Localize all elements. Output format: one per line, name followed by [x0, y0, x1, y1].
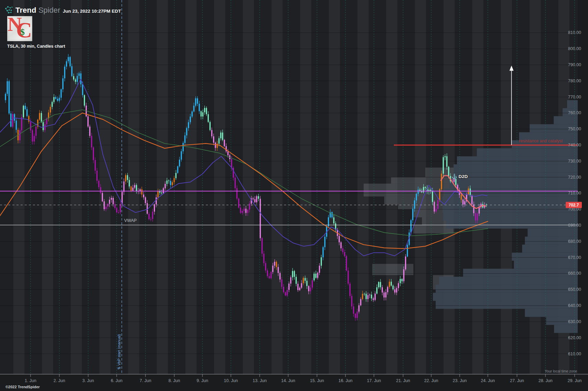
- svg-text:650.00: 650.00: [568, 287, 581, 292]
- logo-dollar-sign: $: [20, 27, 25, 37]
- chart-timestamp: Jun 23, 2022 10:27PM EDT: [63, 9, 121, 14]
- price-chart-canvas[interactable]: ⇅ VbP start (manual)VWAPresistance and c…: [0, 0, 588, 391]
- svg-text:⚓ D2D: ⚓ D2D: [451, 174, 468, 179]
- svg-text:16. Jun: 16. Jun: [338, 378, 352, 383]
- svg-text:810.00: 810.00: [568, 30, 581, 35]
- svg-text:702.7: 702.7: [568, 203, 579, 208]
- copyright-label: ©2022 TrendSpider: [5, 385, 40, 389]
- svg-text:630.00: 630.00: [568, 319, 581, 324]
- svg-text:2. Jun: 2. Jun: [54, 378, 65, 383]
- svg-text:620.00: 620.00: [568, 335, 581, 340]
- svg-text:8. Jun: 8. Jun: [168, 378, 180, 383]
- brand-spider: Spider: [38, 6, 60, 15]
- svg-text:22. Jun: 22. Jun: [424, 378, 438, 383]
- svg-text:730.00: 730.00: [568, 159, 581, 164]
- resistance-label: resistance and catalyst: [519, 139, 563, 143]
- svg-text:28. Jun: 28. Jun: [538, 378, 552, 383]
- last-price-tag: 702.7: [566, 202, 582, 208]
- svg-text:800.00: 800.00: [568, 46, 581, 51]
- svg-text:720.00: 720.00: [568, 175, 581, 180]
- price-axis[interactable]: 610.00620.00630.00640.00650.00660.00670.…: [568, 30, 581, 356]
- trendspider-brand: TrendSpider: [4, 5, 60, 15]
- svg-text:750.00: 750.00: [568, 127, 581, 131]
- svg-text:1. Jun: 1. Jun: [25, 378, 36, 383]
- svg-text:15. Jun: 15. Jun: [310, 378, 324, 383]
- svg-text:6. Jun: 6. Jun: [111, 378, 122, 383]
- price-gridlines: [0, 33, 578, 354]
- svg-text:710.00: 710.00: [568, 191, 581, 196]
- svg-text:17. Jun: 17. Jun: [367, 378, 381, 383]
- svg-text:24. Jun: 24. Jun: [481, 378, 495, 383]
- svg-text:660.00: 660.00: [568, 271, 581, 276]
- symbol-title: TSLA, 30 min, Candles chart: [7, 44, 65, 49]
- svg-text:780.00: 780.00: [568, 79, 581, 83]
- svg-text:23. Jun: 23. Jun: [452, 378, 467, 383]
- nc-watermark-logo: N C $: [7, 16, 32, 41]
- svg-text:13. Jun: 13. Jun: [252, 378, 267, 383]
- svg-text:29. Jun: 29. Jun: [567, 378, 581, 383]
- brand-trend: Trend: [15, 6, 36, 15]
- svg-text:3. Jun: 3. Jun: [82, 378, 94, 383]
- svg-text:790.00: 790.00: [568, 62, 581, 67]
- svg-text:7. Jun: 7. Jun: [140, 378, 151, 383]
- svg-text:610.00: 610.00: [568, 352, 581, 356]
- vbp-start-label: ⇅ VbP start (manual): [117, 334, 121, 370]
- timezone-label: Your local time zone: [545, 369, 577, 373]
- svg-text:14. Jun: 14. Jun: [281, 378, 295, 383]
- svg-text:770.00: 770.00: [568, 95, 581, 99]
- svg-text:27. Jun: 27. Jun: [510, 378, 524, 383]
- svg-text:640.00: 640.00: [568, 303, 581, 308]
- svg-text:9. Jun: 9. Jun: [197, 378, 208, 383]
- vwap-label: VWAP: [124, 218, 137, 223]
- svg-text:21. Jun: 21. Jun: [396, 378, 410, 383]
- svg-text:760.00: 760.00: [568, 110, 581, 115]
- svg-text:10. Jun: 10. Jun: [224, 378, 238, 383]
- svg-text:690.00: 690.00: [568, 223, 581, 228]
- trendspider-logo-icon: [4, 5, 13, 15]
- svg-text:740.00: 740.00: [568, 143, 581, 147]
- d2d-anchor-label[interactable]: ⚓ D2D: [451, 174, 468, 179]
- trendspider-chart-window: ⇅ VbP start (manual)VWAPresistance and c…: [0, 0, 588, 391]
- svg-text:680.00: 680.00: [568, 239, 581, 244]
- svg-text:670.00: 670.00: [568, 255, 581, 260]
